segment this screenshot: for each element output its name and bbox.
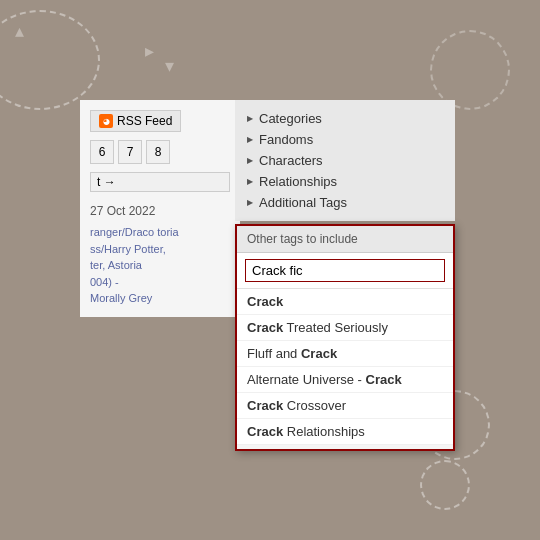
story-link-2[interactable]: ss/Harry Potter, [90, 241, 230, 258]
arrow-relationships: ▶ [247, 177, 253, 186]
rss-feed-button[interactable]: ◕ RSS Feed [90, 110, 181, 132]
next-button[interactable]: t → [90, 172, 230, 192]
filter-characters-label: Characters [259, 153, 323, 168]
result-au-text: Alternate Universe - [247, 372, 366, 387]
arrow-additional: ▶ [247, 198, 253, 207]
filter-relationships[interactable]: ▶ Relationships [235, 171, 455, 192]
deco-arrow-1: ▸ [145, 40, 154, 62]
page-8-button[interactable]: 8 [146, 140, 170, 164]
result-crossover-bold: Crack [247, 398, 283, 413]
left-panel: ◕ RSS Feed 6 7 8 t → 27 Oct 2022 ranger/… [80, 100, 240, 317]
story-link-1[interactable]: ranger/Draco toria [90, 224, 230, 241]
arrow-fandoms: ▶ [247, 135, 253, 144]
result-crack-bold: Crack [247, 294, 283, 309]
bg-circle-1 [0, 10, 100, 110]
filter-additional-tags[interactable]: ▶ Additional Tags [235, 192, 455, 213]
filter-fandoms[interactable]: ▶ Fandoms [235, 129, 455, 150]
story-link-4[interactable]: 004) - [90, 274, 230, 291]
filter-fandoms-label: Fandoms [259, 132, 313, 147]
rss-icon: ◕ [99, 114, 113, 128]
filter-categories-label: Categories [259, 111, 322, 126]
arrow-characters: ▶ [247, 156, 253, 165]
result-fluff-crack[interactable]: Fluff and Crack [237, 341, 453, 367]
filter-panel: ▶ Categories ▶ Fandoms ▶ Characters ▶ Re… [235, 100, 455, 221]
search-input-wrapper [237, 253, 453, 289]
result-crack-treated-bold: Crack [247, 320, 283, 335]
filter-categories[interactable]: ▶ Categories [235, 108, 455, 129]
result-crack-crossover[interactable]: Crack Crossover [237, 393, 453, 419]
arrow-categories: ▶ [247, 114, 253, 123]
page-7-button[interactable]: 7 [118, 140, 142, 164]
page-6-button[interactable]: 6 [90, 140, 114, 164]
result-crossover-rest: Crossover [287, 398, 346, 413]
result-crack-treated[interactable]: Crack Treated Seriously [237, 315, 453, 341]
rss-label: RSS Feed [117, 114, 172, 128]
bg-circle-2 [430, 30, 510, 110]
story-links: ranger/Draco toria ss/Harry Potter, ter,… [90, 224, 230, 307]
result-crack-anset[interactable]: Crack and Anset [237, 445, 453, 449]
result-relationships-rest: Relationships [287, 424, 365, 439]
result-crack-relationships[interactable]: Crack Relationships [237, 419, 453, 445]
result-au-bold: Crack [366, 372, 402, 387]
tag-dropdown: Other tags to include Crack Crack Treate… [235, 224, 455, 451]
pagination-bar: 6 7 8 [90, 140, 230, 164]
bg-circle-4 [420, 460, 470, 510]
story-link-3[interactable]: ter, Astoria [90, 257, 230, 274]
result-fluff-bold: Crack [301, 346, 337, 361]
filter-additional-label: Additional Tags [259, 195, 347, 210]
deco-arrow-3: ▴ [15, 20, 24, 42]
result-au-crack[interactable]: Alternate Universe - Crack [237, 367, 453, 393]
dropdown-header: Other tags to include [237, 226, 453, 253]
story-date: 27 Oct 2022 [90, 204, 230, 218]
story-link-5[interactable]: Morally Grey [90, 290, 230, 307]
result-crack-treated-rest: Treated Seriously [287, 320, 388, 335]
filter-characters[interactable]: ▶ Characters [235, 150, 455, 171]
tag-search-input[interactable] [245, 259, 445, 282]
result-fluff-text: Fluff and [247, 346, 301, 361]
filter-relationships-label: Relationships [259, 174, 337, 189]
deco-arrow-2: ▾ [165, 55, 174, 77]
result-relationships-bold: Crack [247, 424, 283, 439]
dropdown-results-list: Crack Crack Treated Seriously Fluff and … [237, 289, 453, 449]
result-crack[interactable]: Crack [237, 289, 453, 315]
filter-list: ▶ Categories ▶ Fandoms ▶ Characters ▶ Re… [235, 100, 455, 221]
